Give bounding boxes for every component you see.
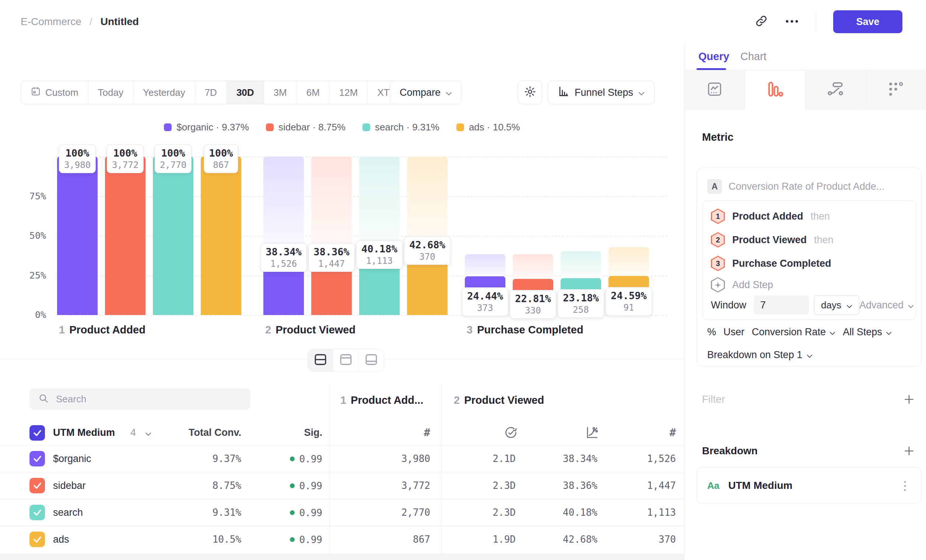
chart-type-selector[interactable]: Funnel Steps — [548, 81, 655, 104]
measure-symbol: % — [707, 327, 716, 338]
table-row-organic[interactable]: $organic9.37%0.993,9802.1D38.34%1,526 — [0, 445, 684, 472]
legend-item-search[interactable]: search · 9.31% — [362, 121, 439, 133]
row-checkbox[interactable] — [29, 532, 45, 547]
window-value-input[interactable] — [754, 295, 809, 315]
breakdown-item[interactable]: Aa UTM Medium ⋮ — [696, 467, 921, 504]
save-button[interactable]: Save — [833, 10, 902, 33]
step-badge-number: 2 — [716, 236, 720, 244]
row-significance: 0.99 — [290, 472, 322, 499]
add-filter-button[interactable] — [903, 394, 915, 405]
chart-type-label: Funnel Steps — [575, 87, 633, 98]
date-range-7d[interactable]: 7D — [195, 81, 227, 104]
measure-scope-dropdown[interactable]: All Steps — [843, 327, 892, 338]
bar-count: 1,526 — [266, 259, 302, 269]
step-label: 2Product Viewed — [265, 324, 356, 336]
conversion-rate-column-icon[interactable] — [585, 420, 599, 445]
settings-button[interactable] — [518, 81, 542, 104]
chart-toolbar: CustomTodayYesterday7D30D3M6M12MXTD Comp… — [0, 79, 684, 105]
total-conversion-header[interactable]: Total Conv. — [189, 420, 241, 445]
breadcrumb-separator: / — [89, 16, 92, 28]
date-range-12m[interactable]: 12M — [329, 81, 368, 104]
header-divider — [816, 11, 816, 32]
layout-split-button[interactable] — [308, 349, 333, 371]
date-range-30d[interactable]: 30D — [227, 81, 264, 104]
funnel-bar-ads[interactable] — [201, 157, 241, 315]
funnel-bar-search[interactable] — [153, 157, 194, 315]
chevron-down-icon — [639, 87, 645, 98]
bar-value-label: 24.44%373 — [462, 288, 508, 316]
funnel-ghost-bar — [359, 157, 399, 251]
chevron-down-icon[interactable] — [145, 431, 151, 438]
measure-entity[interactable]: User — [723, 327, 744, 338]
chevron-down-icon — [846, 300, 852, 311]
count-column-icon[interactable]: # — [424, 420, 430, 445]
header-actions: Save — [755, 0, 902, 44]
table-row-ads[interactable]: ads10.5%0.998671.9D42.68%370 — [0, 526, 684, 552]
row-cell: 38.34% — [563, 445, 598, 472]
date-range-yesterday[interactable]: Yesterday — [133, 81, 195, 104]
bar-value-label: 100%2,770 — [155, 144, 192, 173]
query-panel: Query Chart Metric A Conversion Rate of … — [684, 44, 926, 560]
tab-query[interactable]: Query — [698, 44, 729, 69]
gear-icon — [524, 85, 536, 100]
date-range-3m[interactable]: 3M — [264, 81, 297, 104]
breakdown-on-step-dropdown[interactable]: Breakdown on Step 1 — [707, 349, 813, 361]
add-breakdown-button[interactable] — [903, 445, 915, 457]
report-tab-insights[interactable] — [684, 70, 744, 109]
count-column-icon[interactable]: # — [670, 420, 676, 445]
date-range-today[interactable]: Today — [88, 81, 133, 104]
table-scroll-track[interactable] — [0, 554, 684, 560]
date-range-label: 12M — [339, 87, 358, 98]
date-range-custom[interactable]: Custom — [21, 81, 88, 104]
more-options-button[interactable] — [785, 18, 799, 25]
breakdown-property-name[interactable]: UTM Medium — [53, 420, 115, 445]
date-range-6m[interactable]: 6M — [297, 81, 329, 104]
table-search[interactable] — [29, 388, 250, 410]
significance-dot — [290, 457, 295, 461]
select-all-checkbox[interactable] — [29, 425, 45, 440]
significance-header[interactable]: Sig. — [304, 420, 322, 445]
measure-metric-dropdown[interactable]: Conversion Rate — [752, 327, 835, 338]
metric-step-1[interactable]: 1Product Addedthen — [703, 204, 916, 228]
row-name: ads — [53, 526, 69, 553]
legend-item-ads[interactable]: ads · 10.5% — [456, 121, 520, 133]
legend-item-sidebar[interactable]: sidebar · 8.75% — [266, 121, 345, 133]
metric-title-row[interactable]: A Conversion Rate of Product Adde... — [707, 179, 884, 194]
bar-value-label: 100%3,772 — [107, 144, 144, 173]
conversion-window-row: Window days Advanced — [703, 294, 916, 316]
funnel-steps-card: 1Product Addedthen2Product Viewedthen3Pu… — [702, 200, 917, 320]
legend-item-organic[interactable]: $organic · 9.37% — [164, 121, 249, 133]
row-checkbox[interactable] — [29, 478, 45, 493]
metric-step-2[interactable]: 2Product Viewedthen — [703, 228, 916, 252]
funnel-bar-organic[interactable] — [57, 157, 98, 315]
step-then-label: then — [811, 211, 830, 222]
row-cell: 2,770 — [401, 499, 430, 526]
step-number: 3 — [467, 324, 472, 336]
row-checkbox[interactable] — [29, 451, 45, 466]
step-event-name: Product Viewed — [732, 234, 806, 246]
metric-step-3[interactable]: 3Purchase Completed — [703, 252, 916, 275]
table-row-search[interactable]: search9.31%0.992,7702.3D40.18%1,113 — [0, 499, 684, 526]
compare-button[interactable]: Compare — [390, 81, 462, 104]
window-unit-select[interactable]: days — [814, 295, 859, 315]
metric-title: Conversion Rate of Product Adde... — [729, 181, 884, 192]
row-checkbox[interactable] — [29, 505, 45, 520]
funnel-bar-sidebar[interactable] — [105, 157, 145, 315]
kebab-menu-icon[interactable]: ⋮ — [899, 480, 911, 492]
layout-chart-only-button[interactable] — [333, 349, 359, 371]
advanced-toggle[interactable]: Advanced — [859, 300, 914, 311]
breadcrumb-project[interactable]: E-Commerce — [21, 16, 82, 28]
search-input[interactable] — [55, 393, 233, 405]
table-row-sidebar[interactable]: sidebar8.75%0.993,7722.3D38.36%1,447 — [0, 472, 684, 499]
bar-percent: 100% — [160, 147, 186, 159]
step-badge: 1 — [711, 209, 725, 224]
copy-link-button[interactable] — [755, 14, 768, 29]
time-to-convert-column-icon[interactable] — [504, 420, 517, 445]
layout-table-only-button[interactable] — [359, 349, 384, 371]
bar-value-label: 100%3,980 — [59, 144, 96, 173]
legend-swatch — [456, 123, 464, 131]
breadcrumb-title[interactable]: Untitled — [101, 16, 139, 28]
row-significance: 0.99 — [290, 445, 322, 472]
significance-value: 0.99 — [299, 480, 322, 492]
add-step-button[interactable]: + Add Step — [703, 275, 916, 294]
